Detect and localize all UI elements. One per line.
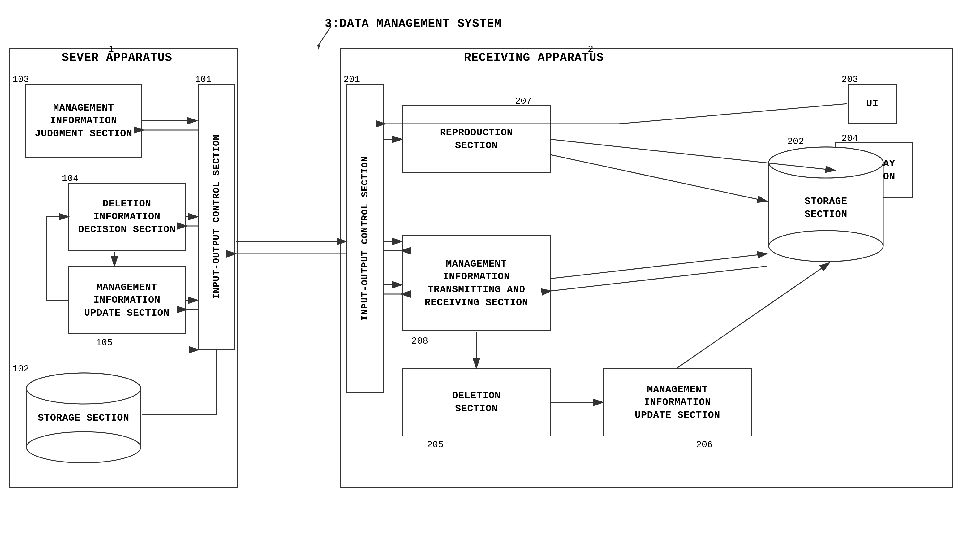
ref-203: 203: [841, 74, 858, 85]
reproduction-section-label: REPRODUCTIONSECTION: [440, 126, 513, 152]
deletion-info-decision-label: DELETIONINFORMATIONDECISION SECTION: [78, 197, 176, 236]
server-storage-label: STORAGE SECTION: [25, 412, 142, 425]
server-title: SEVER APPARATUS: [62, 51, 172, 64]
server-storage-cylinder: STORAGE SECTION: [25, 371, 142, 464]
ui-label: UI: [866, 97, 878, 110]
receiving-mgmt-update-label: MANAGEMENTINFORMATIONUPDATE SECTION: [635, 383, 720, 422]
ref-204: 204: [841, 133, 858, 144]
server-io-control-label: INPUT-OUTPUT CONTROL SECTION: [211, 134, 223, 299]
receiving-mgmt-update-block: MANAGEMENTINFORMATIONUPDATE SECTION: [603, 368, 752, 436]
ref-201: 201: [344, 74, 360, 85]
ref-101: 101: [195, 74, 212, 85]
ref-205: 205: [427, 440, 444, 450]
ref-105: 105: [96, 337, 113, 348]
ref-208: 208: [411, 336, 428, 346]
deletion-info-decision-block: DELETIONINFORMATIONDECISION SECTION: [68, 183, 185, 251]
ui-block: UI: [847, 83, 897, 124]
server-mgmt-info-update-label: MANAGEMENTINFORMATIONUPDATE SECTION: [84, 281, 169, 320]
mgmt-info-transmitting-block: MANAGEMENTINFORMATIONTRANSMITTING ANDREC…: [402, 235, 551, 331]
mgmt-info-transmitting-label: MANAGEMENTINFORMATIONTRANSMITTING ANDREC…: [425, 258, 528, 309]
mgmt-info-judgment-block: MANAGEMENTINFORMATIONJUDGMENT SECTION: [25, 83, 142, 158]
diagram-container: 3:DATA MANAGEMENT SYSTEM 1 SEVER APPARAT…: [0, 0, 980, 555]
svg-point-6: [26, 432, 141, 463]
ref-207: 207: [515, 96, 532, 106]
svg-point-7: [26, 373, 141, 404]
deletion-section-label: DELETIONSECTION: [452, 390, 501, 415]
svg-point-12: [769, 231, 883, 261]
receiving-storage-cylinder: STORAGESECTION: [767, 146, 885, 263]
ref-206: 206: [696, 440, 713, 450]
deletion-section-block: DELETIONSECTION: [402, 368, 551, 436]
ref-103: 103: [12, 74, 29, 85]
svg-point-13: [769, 147, 883, 178]
diagram-title: 3:DATA MANAGEMENT SYSTEM: [325, 17, 502, 30]
receiving-io-control-label: INPUT-OUTPUT CONTROL SECTION: [359, 156, 371, 321]
ref-104: 104: [62, 173, 78, 184]
receiving-title: RECEIVING APPARATUS: [464, 51, 604, 64]
server-io-control-block: INPUT-OUTPUT CONTROL SECTION: [198, 83, 235, 350]
mgmt-info-judgment-label: MANAGEMENTINFORMATIONJUDGMENT SECTION: [35, 101, 132, 140]
ref-202: 202: [787, 136, 804, 147]
title-arrow: [306, 23, 344, 51]
server-mgmt-info-update-block: MANAGEMENTINFORMATIONUPDATE SECTION: [68, 266, 185, 334]
reproduction-section-block: REPRODUCTIONSECTION: [402, 105, 551, 173]
svg-line-0: [319, 26, 331, 45]
receiving-io-control-block: INPUT-OUTPUT CONTROL SECTION: [347, 83, 384, 393]
receiving-storage-label: STORAGESECTION: [767, 195, 885, 221]
svg-marker-1: [317, 45, 320, 50]
